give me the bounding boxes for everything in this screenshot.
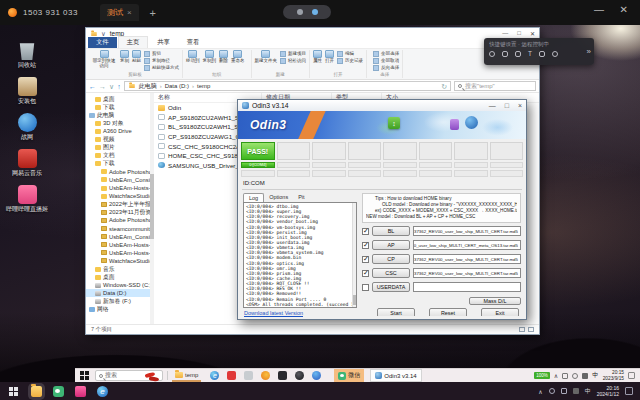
edge-icon[interactable]: e (97, 386, 108, 397)
start-button[interactable]: Start (377, 308, 415, 316)
start-button[interactable] (7, 387, 20, 396)
edge-icon[interactable]: e (210, 371, 219, 380)
notification-center-icon[interactable] (628, 372, 635, 379)
taskbar-wechat-button[interactable]: 微信 (334, 369, 364, 382)
ribbon-button[interactable]: 粘贴快捷方式 (144, 65, 179, 71)
maximize-button[interactable]: □ (505, 102, 509, 109)
breadcrumb-segment[interactable]: temp (197, 83, 210, 89)
nav-tree-item[interactable]: UsbEAm_Consiste… (86, 233, 150, 241)
log-box[interactable]: <ID:0/004> dtbo.img<ID:0/004> super.img<… (243, 202, 357, 308)
network-icon[interactable] (573, 388, 579, 394)
address-bar[interactable]: 此电脑 › Data (D:) › temp › ↻ (124, 81, 451, 91)
explorer-icon[interactable] (31, 386, 42, 397)
nav-tree-item[interactable]: Adobe Photoshop 2… (86, 168, 150, 176)
slot-select-button[interactable]: CSC (372, 268, 410, 278)
log-scrollbar[interactable] (352, 203, 356, 307)
thumbnails-view-icon[interactable] (528, 327, 534, 332)
odin-tab[interactable]: Pit (293, 193, 309, 202)
nav-tree-item[interactable]: UsbEAm-Hosts-Edi… (86, 241, 150, 249)
back-icon[interactable]: ← (89, 83, 96, 90)
ribbon-button[interactable]: 粘贴 (132, 50, 141, 68)
ribbon-button[interactable]: 复制路径 (144, 58, 179, 64)
tray-expand-icon[interactable]: ∧ (554, 373, 558, 379)
ribbon-button[interactable]: 删除 (219, 50, 228, 64)
new-tab-button[interactable]: + (150, 7, 156, 19)
ribbon-button[interactable]: 重命名 (231, 50, 245, 64)
file-transfer-icon[interactable] (539, 51, 545, 57)
nav-tree-item[interactable]: 桌面 (86, 95, 150, 103)
ribbon-button[interactable]: 属性 (313, 50, 322, 64)
nav-tree-item[interactable]: UsbEAm_Consiste… (86, 176, 150, 184)
ime-indicator[interactable]: 中 (592, 371, 599, 380)
ribbon-button[interactable]: 打开 (325, 50, 334, 64)
volume-icon[interactable] (561, 388, 567, 394)
nav-tree-item[interactable]: UsbEAm-Hosts-Edi… (86, 249, 150, 257)
minimize-button[interactable]: — (489, 102, 496, 109)
taskbar-search-input[interactable]: 搜索 (95, 370, 163, 381)
nav-scrollbar[interactable] (150, 93, 154, 324)
odin-tab[interactable]: Log (243, 193, 264, 202)
up-icon[interactable]: ↑ (117, 83, 121, 90)
file-path-field[interactable]: D:\temp\AP_S9180ZCU2AWH1_S9180ZCU2AWH1_M… (413, 240, 521, 250)
slot-select-button[interactable]: CP (372, 254, 410, 264)
ribbon-button[interactable]: 新建文件夹 (255, 50, 278, 64)
ribbon-button[interactable]: 固定到快速访问 (91, 50, 117, 68)
chat-icon[interactable] (489, 51, 495, 57)
ribbon-button[interactable]: 全部取消 (373, 58, 399, 64)
ribbon-button[interactable]: 移动到 (186, 50, 200, 64)
slot-select-button[interactable]: AP (372, 240, 410, 250)
nav-tree-item[interactable]: 下载 (86, 103, 150, 111)
start-button[interactable] (78, 371, 91, 380)
orange-app-icon[interactable] (261, 371, 270, 380)
network-icon[interactable] (582, 373, 588, 379)
file-path-field[interactable]: D:\temp\BL_S9180ZCU2AWH1_S9180ZCU2AWH1_M… (413, 226, 521, 236)
microphone-icon[interactable] (549, 388, 555, 394)
file-path-field[interactable] (413, 282, 521, 292)
odin-titlebar[interactable]: Odin3 v3.14 — □ × (238, 100, 526, 111)
forward-icon[interactable]: → (99, 83, 106, 90)
nav-tree-item[interactable]: 3D 对象 (86, 119, 150, 127)
explorer-search-input[interactable]: 搜索"temp" (454, 81, 536, 91)
ribbon-tab[interactable]: 文件 (88, 37, 117, 48)
nav-tree-item[interactable]: Adobe Photoshop… (86, 216, 150, 224)
nav-tree-item[interactable]: 新加卷 (F:) (86, 297, 150, 305)
nav-tree-item[interactable]: WatchfaceStudio… (86, 257, 150, 265)
breadcrumb-segment[interactable]: Data (D:) (165, 83, 189, 89)
exit-button[interactable]: Exit (481, 308, 519, 316)
battery-indicator[interactable]: 100% (534, 372, 550, 379)
slot-select-button[interactable]: BL (372, 226, 410, 236)
ribbon-button[interactable]: 轻松访问 (280, 58, 306, 64)
taskbar-odin-button[interactable]: Odin3 v3.14 (370, 369, 421, 382)
ime-indicator[interactable]: 中 (585, 387, 591, 396)
nav-tree-item[interactable]: 视频 (86, 135, 150, 143)
minimize-button[interactable]: — (594, 4, 604, 15)
steam-icon[interactable] (295, 371, 304, 380)
nav-tree-item[interactable]: A360 Drive (86, 127, 150, 135)
ribbon-button[interactable]: 历史记录 (337, 58, 363, 64)
ribbon-button[interactable]: 剪切 (144, 51, 179, 57)
maximize-button[interactable]: □ (517, 30, 521, 37)
notification-center-icon[interactable] (625, 387, 633, 395)
nav-tree-item[interactable]: Windows-SSD (C:) (86, 281, 150, 289)
taskbar-clock[interactable]: 20:15 2023/9/15 (603, 370, 624, 381)
blue-app-icon[interactable] (312, 371, 321, 380)
minimize-button[interactable]: — (502, 30, 508, 37)
session-toolbar-pill[interactable] (283, 5, 331, 19)
nav-tree-item[interactable]: 2023年11月份资… (86, 208, 150, 216)
session-tab[interactable]: 测试 × (100, 4, 139, 21)
ribbon-tab[interactable]: 共享 (149, 37, 178, 48)
reset-button[interactable]: Reset (429, 308, 467, 316)
checkbox[interactable] (362, 228, 369, 235)
desktop-icon[interactable]: 网易云音乐 (5, 149, 49, 177)
tray-expand-icon[interactable]: ∧ (538, 388, 542, 395)
nav-tree-item[interactable]: steamcommunity_3… (86, 225, 150, 233)
checkbox[interactable] (362, 256, 369, 263)
close-button[interactable]: ✕ (620, 4, 628, 15)
ribbon-button[interactable]: 全部选择 (373, 51, 399, 57)
power-icon[interactable] (552, 51, 558, 57)
ribbon-tab[interactable]: 查看 (179, 37, 208, 48)
refresh-icon[interactable]: ↻ (441, 83, 447, 90)
desktop-icon[interactable]: 安装包 (5, 77, 49, 105)
file-path-field[interactable]: D:\temp\HOME_CSC_CHC_S9180CHC2AWH1_MQB69… (413, 268, 521, 278)
ribbon-button[interactable]: 编辑 (337, 51, 363, 57)
